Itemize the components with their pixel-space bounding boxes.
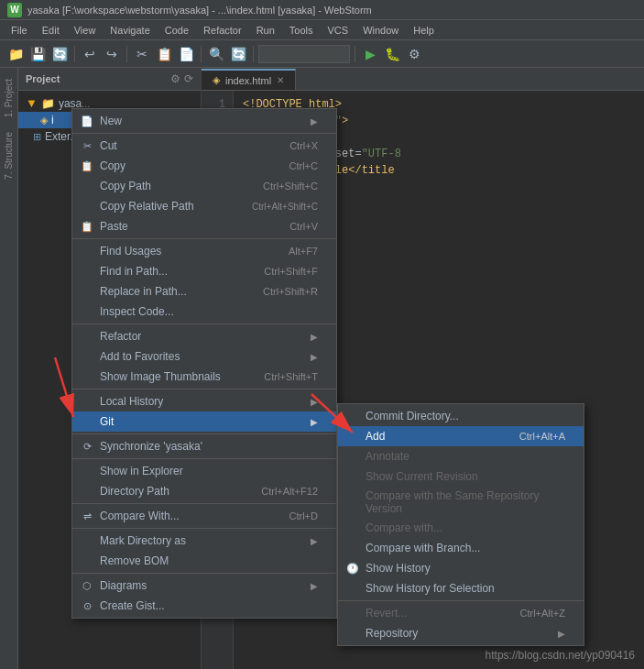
menu-item-edit[interactable]: Edit bbox=[35, 23, 67, 38]
cm-item-localhistory[interactable]: Local History ▶ bbox=[72, 391, 336, 411]
side-tab-structure[interactable]: 7. Structure bbox=[1, 125, 16, 187]
menu-item-tools[interactable]: Tools bbox=[282, 23, 321, 38]
cm-item-showthumbs[interactable]: Show Image Thumbnails Ctrl+Shift+T bbox=[72, 367, 336, 387]
menu-item-vcs[interactable]: VCS bbox=[321, 23, 356, 38]
cm-git-showcurrentrev: Show Current Revision bbox=[338, 466, 584, 487]
cm-item-addtofav[interactable]: Add to Favorites ▶ bbox=[72, 346, 336, 367]
cm-item-copy[interactable]: 📋 Copy Ctrl+C bbox=[72, 156, 336, 176]
cm-item-comparewith[interactable]: ⇌ Compare With... Ctrl+D bbox=[72, 506, 336, 526]
cm-git-add[interactable]: Add Ctrl+Alt+A bbox=[338, 426, 584, 446]
cm-item-findusages[interactable]: Find Usages Alt+F7 bbox=[72, 241, 336, 261]
cm-label-diagrams: Diagrams bbox=[100, 579, 147, 592]
cm-label-copy: Copy bbox=[100, 159, 126, 172]
menu-item-navigate[interactable]: Navigate bbox=[103, 23, 157, 38]
cm-label-copypath: Copy Path bbox=[100, 180, 151, 192]
menu-item-help[interactable]: Help bbox=[406, 23, 442, 38]
toolbar-settings-btn[interactable]: ⚙ bbox=[404, 44, 424, 64]
cm-label-findusages: Find Usages bbox=[100, 245, 161, 258]
cm-sep-4 bbox=[72, 389, 336, 389]
cm-label-inspectcode: Inspect Code... bbox=[100, 305, 174, 318]
html-file-icon: ◈ bbox=[40, 115, 48, 126]
project-sync-icon[interactable]: ⟳ bbox=[184, 72, 193, 85]
cm-git-arrow-repository: ▶ bbox=[558, 629, 565, 639]
cm-label-showthumbs: Show Image Thumbnails bbox=[100, 370, 221, 383]
cm-git-label-showhistory: Show History bbox=[366, 562, 431, 575]
cm-label-refactor: Refactor bbox=[100, 330, 141, 343]
toolbar-sep-1 bbox=[74, 46, 75, 62]
cm-git-commitdir[interactable]: Commit Directory... bbox=[338, 406, 584, 426]
cm-git-comparewithbranch[interactable]: Compare with Branch... bbox=[338, 538, 584, 558]
menu-item-code[interactable]: Code bbox=[158, 23, 196, 38]
cm-sep-5 bbox=[72, 433, 336, 434]
toolbar-paste-btn[interactable]: 📄 bbox=[176, 44, 196, 64]
cm-git-revert: Revert... Ctrl+Alt+Z bbox=[338, 603, 584, 623]
tab-label: index.html bbox=[225, 75, 271, 86]
cm-item-refactor[interactable]: Refactor ▶ bbox=[72, 326, 336, 346]
toolbar-run-btn[interactable]: ▶ bbox=[360, 44, 380, 64]
cm-item-git[interactable]: Git ▶ bbox=[72, 411, 336, 432]
context-menu-git: Commit Directory... Add Ctrl+Alt+A Annot… bbox=[337, 403, 584, 646]
cm-label-addtofav: Add to Favorites bbox=[100, 350, 180, 363]
menu-item-run[interactable]: Run bbox=[249, 23, 282, 38]
cm-item-markdiras[interactable]: Mark Directory as ▶ bbox=[72, 531, 336, 551]
cm-item-dirpath[interactable]: Directory Path Ctrl+Alt+F12 bbox=[72, 481, 336, 501]
cm-item-sync[interactable]: ⟳ Synchronize 'yasaka' bbox=[72, 436, 336, 456]
cm-sep-8 bbox=[72, 528, 336, 529]
gist-icon: ⊙ bbox=[80, 598, 94, 613]
folder-color-icon: 📁 bbox=[41, 97, 55, 110]
editor-tab-indexhtml[interactable]: ◈ index.html ✕ bbox=[202, 69, 296, 90]
toolbar-open-btn[interactable]: 📁 bbox=[5, 44, 26, 64]
tab-close-btn[interactable]: ✕ bbox=[277, 75, 284, 85]
toolbar-save-btn[interactable]: 💾 bbox=[27, 44, 48, 64]
toolbar-undo-btn[interactable]: ↩ bbox=[80, 44, 100, 64]
side-tab-project[interactable]: 1. Project bbox=[1, 71, 16, 125]
menu-item-window[interactable]: Window bbox=[355, 23, 406, 38]
cm-git-shortcut-revert: Ctrl+Alt+Z bbox=[519, 608, 565, 619]
external-icon: ⊞ bbox=[33, 131, 41, 143]
history-icon: 🕐 bbox=[345, 561, 360, 576]
cm-label-comparewith: Compare With... bbox=[100, 510, 180, 522]
toolbar-sync-btn[interactable]: 🔄 bbox=[49, 44, 70, 64]
cm-item-new[interactable]: 📄 New ▶ bbox=[72, 111, 336, 131]
cm-label-dirpath: Directory Path bbox=[100, 485, 169, 498]
toolbar-debug-btn[interactable]: 🐛 bbox=[382, 44, 402, 64]
cm-item-diagrams[interactable]: ⬡ Diagrams ▶ bbox=[72, 576, 336, 596]
cm-item-removebom[interactable]: Remove BOM bbox=[72, 551, 336, 571]
menu-item-refactor[interactable]: Refactor bbox=[196, 23, 249, 38]
project-panel-title: Project bbox=[26, 73, 60, 84]
toolbar-replace-btn[interactable]: 🔄 bbox=[228, 44, 248, 64]
toolbar: 📁 💾 🔄 ↩ ↪ ✂ 📋 📄 🔍 🔄 ▶ 🐛 ⚙ bbox=[0, 40, 644, 68]
cm-label-markdiras: Mark Directory as bbox=[100, 534, 186, 547]
menu-item-file[interactable]: File bbox=[4, 23, 35, 38]
paste-icon: 📋 bbox=[80, 219, 94, 234]
cm-item-paste[interactable]: 📋 Paste Ctrl+V bbox=[72, 216, 336, 236]
cm-arrow-new: ▶ bbox=[311, 116, 318, 126]
toolbar-cut-btn[interactable]: ✂ bbox=[132, 44, 152, 64]
cm-git-showhistory[interactable]: 🕐 Show History bbox=[338, 558, 584, 578]
cm-item-creategist[interactable]: ⊙ Create Gist... bbox=[72, 596, 336, 616]
cm-item-cut[interactable]: ✂ Cut Ctrl+X bbox=[72, 136, 336, 156]
cm-arrow-addtofav: ▶ bbox=[311, 352, 318, 362]
toolbar-copy-btn[interactable]: 📋 bbox=[154, 44, 174, 64]
project-gear-icon[interactable]: ⚙ bbox=[170, 72, 180, 85]
cm-git-label-showhistorysel: Show History for Selection bbox=[366, 582, 495, 595]
cm-label-copyrelpath: Copy Relative Path bbox=[100, 200, 194, 213]
cm-item-copypath[interactable]: Copy Path Ctrl+Shift+C bbox=[72, 176, 336, 196]
cm-label-replaceinpath: Replace in Path... bbox=[100, 285, 187, 298]
toolbar-search-btn[interactable]: 🔍 bbox=[206, 44, 226, 64]
cm-item-copyrelpath[interactable]: Copy Relative Path Ctrl+Alt+Shift+C bbox=[72, 196, 336, 216]
cm-shortcut-paste: Ctrl+V bbox=[289, 221, 318, 232]
tree-label-indexhtml: i bbox=[51, 114, 54, 126]
cm-git-shortcut-add: Ctrl+Alt+A bbox=[519, 431, 565, 442]
copy-icon: 📋 bbox=[80, 159, 94, 173]
cm-item-inspectcode[interactable]: Inspect Code... bbox=[72, 302, 336, 322]
cm-git-repository[interactable]: Repository ▶ bbox=[338, 623, 584, 643]
cm-item-replaceinpath[interactable]: Replace in Path... Ctrl+Shift+R bbox=[72, 281, 336, 302]
toolbar-search-input[interactable] bbox=[258, 45, 350, 63]
cm-item-showinexplorer[interactable]: Show in Explorer bbox=[72, 461, 336, 481]
menu-item-view[interactable]: View bbox=[67, 23, 104, 38]
toolbar-redo-btn[interactable]: ↪ bbox=[102, 44, 122, 64]
cm-git-comparesamerev: Compare with the Same Repository Version bbox=[338, 487, 584, 518]
cm-item-findinpath[interactable]: Find in Path... Ctrl+Shift+F bbox=[72, 261, 336, 281]
cm-git-showhistorysel[interactable]: Show History for Selection bbox=[338, 578, 584, 598]
